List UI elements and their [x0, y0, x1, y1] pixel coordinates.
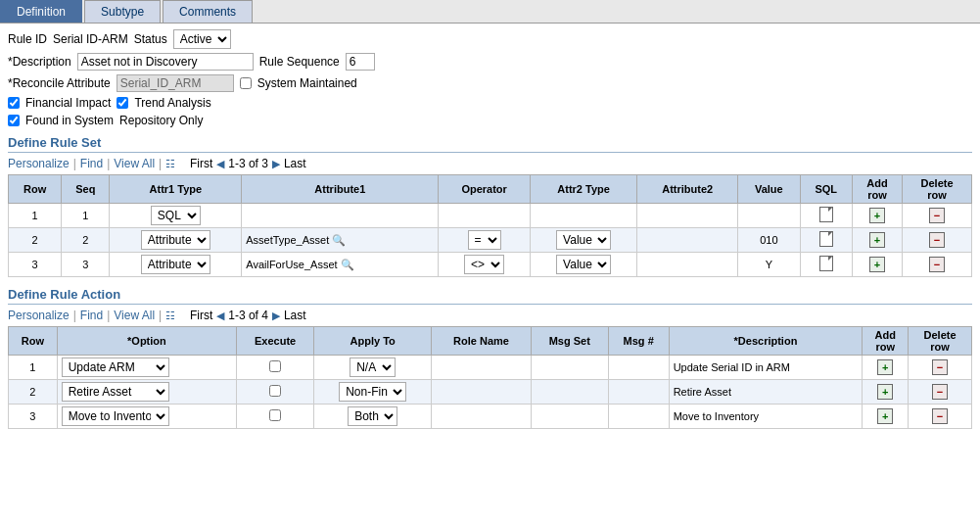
tab-comments[interactable]: Comments [163, 0, 253, 23]
cell-seq: 1 [62, 204, 110, 228]
apply-to-select[interactable]: N/A [350, 357, 396, 377]
status-select[interactable]: Active [173, 29, 231, 49]
row-rule-id: Rule ID Serial ID-ARM Status Active [8, 29, 972, 49]
cell-attribute2 [637, 228, 738, 253]
sql-doc-icon[interactable] [819, 231, 833, 247]
col-add-row: Addrow [852, 175, 902, 204]
attr1-type-select[interactable]: Attribute [141, 230, 210, 250]
cell-description: Update Serial ID in ARM [669, 356, 863, 380]
cell-add-btn: + [863, 405, 909, 429]
attr2-type-select[interactable]: Value [556, 230, 611, 250]
ruleset-viewall-link[interactable]: View All [114, 157, 155, 170]
ruleaction-grid-icon[interactable]: ☷ [165, 310, 175, 322]
add-row-button[interactable]: + [877, 384, 893, 400]
ruleaction-find-link[interactable]: Find [80, 309, 103, 322]
operator-select[interactable]: <> [464, 255, 504, 274]
cell-operator [439, 204, 530, 228]
col-row: Row [9, 327, 58, 356]
attr1-type-select[interactable]: SQL [151, 206, 201, 225]
ruleset-nav-last[interactable]: Last [284, 157, 306, 170]
cell-del-btn: − [909, 380, 972, 405]
option-select[interactable]: Retire Asset [62, 382, 169, 402]
add-row-button[interactable]: + [869, 208, 885, 223]
ruleaction-viewall-link[interactable]: View All [114, 309, 155, 322]
cell-row-num: 3 [9, 253, 62, 277]
ruleset-nav-next[interactable]: ▶ [272, 158, 280, 170]
cell-execute [237, 356, 314, 380]
option-select[interactable]: Move to Inventory [62, 406, 169, 426]
financial-impact-checkbox[interactable] [8, 97, 20, 109]
delete-row-button[interactable]: − [929, 232, 945, 248]
add-row-button[interactable]: + [869, 232, 885, 248]
cell-sql [800, 204, 852, 228]
magnify-icon[interactable]: 🔍 [341, 259, 354, 270]
cell-del-btn: − [903, 204, 972, 228]
status-label: Status [134, 32, 167, 46]
add-row-button[interactable]: + [877, 408, 893, 424]
reconcile-label: *Reconcile Attribute [8, 76, 111, 90]
main-content: Rule ID Serial ID-ARM Status Active *Des… [0, 24, 980, 435]
delete-row-button[interactable]: − [932, 408, 948, 424]
magnify-icon[interactable]: 🔍 [332, 234, 346, 246]
execute-checkbox[interactable] [269, 360, 281, 372]
ruleaction-nav-next[interactable]: ▶ [272, 310, 280, 322]
cell-msg-set [531, 356, 608, 380]
col-execute: Execute [237, 327, 314, 356]
col-seq: Seq [62, 175, 110, 204]
ruleaction-nav-first[interactable]: First [190, 309, 212, 322]
ruleaction-personalize-link[interactable]: Personalize [8, 309, 70, 322]
table-row: 2 2 Attribute AssetType_Asset 🔍 = Value … [9, 228, 972, 253]
add-row-button[interactable]: + [877, 359, 893, 375]
trend-analysis-checkbox[interactable] [117, 97, 128, 109]
execute-checkbox[interactable] [269, 385, 281, 397]
delete-row-button[interactable]: − [929, 208, 945, 223]
sql-doc-icon[interactable] [819, 256, 833, 271]
delete-row-button[interactable]: − [932, 384, 948, 400]
description-input[interactable] [77, 53, 254, 71]
cell-row-num: 1 [9, 204, 62, 228]
ruleset-grid-icon[interactable]: ☷ [165, 158, 175, 170]
col-delete-row: Deleterow [909, 327, 972, 356]
attr1-type-select[interactable]: Attribute [141, 255, 210, 274]
cell-role-name [432, 380, 532, 405]
system-maintained-checkbox[interactable] [240, 77, 252, 89]
execute-checkbox[interactable] [269, 409, 281, 421]
cell-attr1-type: Attribute [110, 253, 242, 277]
row-reconcile: *Reconcile Attribute System Maintained [8, 74, 972, 92]
delete-row-button[interactable]: − [932, 359, 948, 375]
cell-msg-num [608, 380, 669, 405]
delete-row-button[interactable]: − [929, 257, 945, 272]
attr2-type-select[interactable]: Value [556, 255, 611, 274]
tab-subtype[interactable]: Subtype [84, 0, 161, 23]
ruleset-nav-first[interactable]: First [190, 157, 212, 170]
cell-msg-num [608, 356, 669, 380]
define-rule-action-title: Define Rule Action [8, 287, 972, 305]
cell-sql [800, 228, 852, 253]
col-attribute1: Attribute1 [242, 175, 439, 204]
system-maintained-label: System Maintained [257, 76, 357, 90]
description-label: *Description [8, 55, 71, 69]
operator-select[interactable]: = [468, 230, 501, 250]
option-select[interactable]: Update ARM [62, 357, 169, 377]
add-row-button[interactable]: + [869, 257, 885, 272]
ruleaction-nav-prev[interactable]: ◀ [216, 310, 224, 322]
tab-definition[interactable]: Definition [0, 0, 82, 23]
table-row: 3 Move to Inventory Both Move to Invento… [9, 405, 972, 429]
apply-to-select[interactable]: Non-Fin [339, 382, 406, 402]
cell-attribute2 [637, 253, 738, 277]
ruleset-personalize-link[interactable]: Personalize [8, 157, 70, 170]
found-in-system-checkbox[interactable] [8, 115, 20, 126]
cell-add-btn: + [852, 228, 902, 253]
cell-del-btn: − [909, 405, 972, 429]
define-rule-set-title: Define Rule Set [8, 135, 972, 153]
ruleset-nav-prev[interactable]: ◀ [216, 158, 224, 170]
cell-del-btn: − [903, 253, 972, 277]
sql-doc-icon[interactable] [819, 207, 833, 222]
col-delete-row: Deleterow [903, 175, 972, 204]
ruleaction-nav-last[interactable]: Last [284, 309, 306, 322]
col-msg-set: Msg Set [531, 327, 608, 356]
apply-to-select[interactable]: Both [348, 406, 397, 426]
rule-sequence-input[interactable] [346, 53, 375, 71]
ruleset-find-link[interactable]: Find [80, 157, 103, 170]
cell-option: Move to Inventory [57, 405, 236, 429]
